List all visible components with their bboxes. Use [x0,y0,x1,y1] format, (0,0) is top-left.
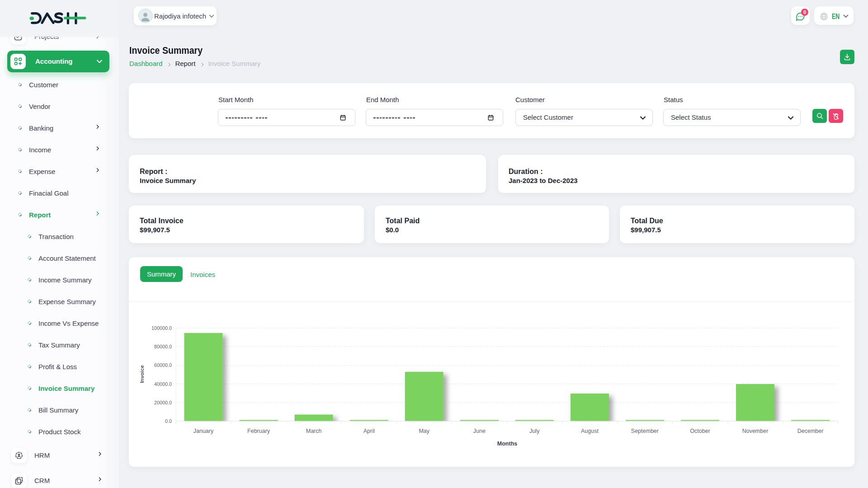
svg-text:20000.0: 20000.0 [154,400,172,405]
svg-text:Months: Months [497,441,517,447]
svg-text:February: February [247,428,270,434]
svg-text:November: November [742,428,769,434]
svg-text:July: July [529,428,540,434]
svg-text:September: September [631,428,659,434]
svg-text:October: October [690,428,710,434]
svg-text:May: May [419,428,429,434]
svg-text:100000.0: 100000.0 [151,325,172,331]
svg-text:80000.0: 80000.0 [154,344,172,349]
svg-text:August: August [581,428,599,434]
svg-text:60000.0: 60000.0 [154,362,172,368]
svg-text:0.0: 0.0 [165,418,172,424]
svg-text:April: April [363,428,375,434]
svg-text:June: June [473,428,486,434]
svg-text:January: January [193,428,214,434]
svg-text:December: December [797,428,824,434]
svg-text:Invoice: Invoice [139,365,145,383]
svg-text:40000.0: 40000.0 [154,381,172,387]
svg-text:March: March [306,428,322,434]
